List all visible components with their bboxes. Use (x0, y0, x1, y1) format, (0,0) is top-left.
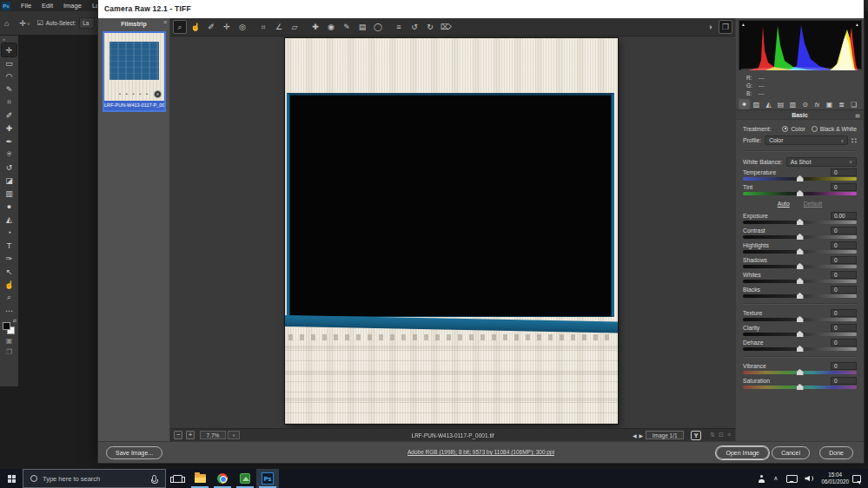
slider-thumb[interactable] (797, 316, 804, 322)
swap-colors-icon[interactable]: ⇄ (13, 318, 17, 323)
microphone-icon[interactable] (152, 475, 156, 482)
menu-edit[interactable]: Edit (36, 0, 58, 11)
quick-mask-icon[interactable]: ▣ (2, 335, 17, 346)
tab-basic[interactable]: ✴ (739, 99, 750, 109)
tab-lens-corrections[interactable]: ⊙ (799, 99, 811, 109)
slider-thumb[interactable] (797, 234, 804, 240)
slider-thumb[interactable] (797, 293, 804, 299)
clone-stamp-tool[interactable]: ⍟ (2, 148, 17, 161)
open-image-button[interactable]: Open Image (716, 446, 769, 459)
quick-selection-tool[interactable]: ✎ (2, 82, 17, 96)
tray-overflow-button[interactable]: ∧ (769, 469, 782, 488)
slider-value[interactable]: 0 (831, 309, 857, 317)
auto-select-checkbox[interactable]: ☑ (37, 19, 43, 27)
slider-track[interactable] (743, 235, 857, 239)
view-menu-icon[interactable]: ≡ (727, 432, 731, 439)
path-selection-tool[interactable]: ↖ (2, 265, 17, 278)
treatment-bw-radio[interactable] (812, 126, 818, 132)
screen-mode-icon[interactable]: ❐ (2, 346, 17, 358)
brush-tool[interactable]: ✒ (2, 135, 17, 148)
zoom-out-button[interactable]: − (174, 431, 182, 439)
default-link[interactable]: Default (804, 201, 823, 207)
volume-button[interactable] (800, 469, 818, 488)
chevron-down-icon[interactable]: ∨ (27, 21, 30, 26)
taskbar-search[interactable]: Type here to search (23, 469, 166, 488)
delete-button[interactable]: ⌦ (440, 21, 452, 33)
graduated-filter-tool[interactable]: ▤ (356, 21, 368, 33)
slider-value[interactable]: 0 (831, 339, 857, 346)
zoom-level-dropdown[interactable]: ∨ (228, 431, 240, 439)
tab-presets[interactable]: ≣ (836, 99, 847, 109)
slider-value[interactable]: 0 (831, 324, 857, 332)
tab-tone-curve[interactable]: ▨ (751, 99, 762, 109)
gradient-tool[interactable]: ▥ (2, 187, 17, 200)
preferences-button[interactable]: ≡ (393, 21, 405, 33)
menu-file[interactable]: File (16, 0, 36, 11)
cancel-button[interactable]: Cancel (772, 446, 810, 459)
slider-value[interactable]: 0 (831, 256, 857, 264)
network-button[interactable] (782, 469, 800, 488)
history-brush-tool[interactable]: ↺ (2, 161, 17, 174)
slider-value[interactable]: 0 (831, 227, 857, 234)
slider-track[interactable] (743, 280, 857, 283)
slider-track[interactable] (743, 347, 857, 351)
edit-toolbar[interactable]: ⋯ (2, 304, 17, 317)
zoom-tool[interactable]: ⌕ (2, 291, 17, 304)
slider-thumb[interactable] (797, 263, 804, 269)
slider-track[interactable] (743, 333, 857, 336)
next-image-button[interactable]: ▶ (639, 432, 644, 439)
adjustment-brush-tool[interactable]: ✎ (341, 21, 353, 33)
tab-detail[interactable]: ◭ (763, 99, 774, 109)
blur-tool[interactable]: ● (2, 200, 17, 213)
slider-value[interactable]: 0 (831, 362, 857, 370)
done-button[interactable]: Done (819, 446, 853, 459)
slider-thumb[interactable] (797, 190, 804, 196)
previous-image-button[interactable]: ◀ (633, 432, 637, 439)
profile-browser-icon[interactable]: ∷ (851, 136, 857, 145)
slider-thumb[interactable] (797, 331, 804, 337)
toolbar-collapse-icon[interactable]: » (0, 36, 18, 43)
filmstrip-thumbnail[interactable]: • • • • • ☰ LRF-PUN-W413-0117-P_000... (103, 31, 166, 112)
slider-thumb[interactable] (797, 369, 804, 375)
zoom-in-button[interactable]: + (186, 431, 195, 439)
dodge-tool[interactable]: ◔ (2, 226, 17, 239)
type-tool[interactable]: T (2, 239, 17, 252)
preview-image[interactable] (285, 38, 618, 424)
menu-image[interactable]: Image (58, 0, 87, 11)
split-view-icon[interactable]: ⊡ (719, 432, 724, 439)
tab-effects[interactable]: fx (812, 99, 823, 109)
zoom-compare-icon[interactable]: ⇅ (710, 432, 715, 439)
task-view-button[interactable] (166, 469, 189, 488)
spot-healing-tool[interactable]: ✚ (2, 122, 17, 135)
hand-tool[interactable]: ☝ (2, 278, 17, 291)
start-button[interactable] (0, 469, 23, 488)
slider-track[interactable] (743, 318, 857, 321)
shadow-clipping-icon[interactable]: ▲ (741, 22, 745, 27)
slider-track[interactable] (743, 177, 857, 181)
radial-filter-tool[interactable]: ◯ (372, 21, 384, 33)
slider-track[interactable] (743, 294, 857, 298)
slider-thumb[interactable] (797, 278, 804, 284)
color-sampler-tool[interactable]: ✛ (221, 21, 233, 33)
lasso-tool[interactable]: ◠ (2, 69, 17, 82)
highlight-clipping-icon[interactable]: ▲ (855, 22, 859, 27)
crop-tool[interactable]: ⌗ (2, 96, 17, 109)
fullscreen-toggle-icon[interactable]: ❐ (719, 21, 732, 33)
zoom-tool[interactable]: ⌕ (174, 21, 186, 33)
sharpen-tool[interactable]: ◭ (2, 213, 17, 226)
slider-track[interactable] (743, 265, 857, 268)
eraser-tool[interactable]: ◪ (2, 174, 17, 187)
eyedropper-tool[interactable]: ✐ (2, 109, 17, 122)
crop-tool[interactable]: ⌗ (257, 21, 269, 33)
tab-calibration[interactable]: ▣ (824, 99, 835, 109)
spot-removal-tool[interactable]: ✚ (309, 21, 321, 33)
zoom-level-value[interactable]: 7.7% (200, 431, 226, 439)
slider-value[interactable]: 0 (831, 241, 857, 249)
slider-track[interactable] (743, 371, 857, 374)
transform-tool[interactable]: ▱ (288, 21, 301, 33)
filmstrip-menu-icon[interactable]: ≡ (163, 19, 167, 25)
treatment-color-radio[interactable] (782, 126, 788, 132)
photoshop-button[interactable]: Ps (256, 469, 279, 488)
slider-track[interactable] (743, 386, 857, 389)
rotate-left-button[interactable]: ↺ (408, 21, 421, 33)
